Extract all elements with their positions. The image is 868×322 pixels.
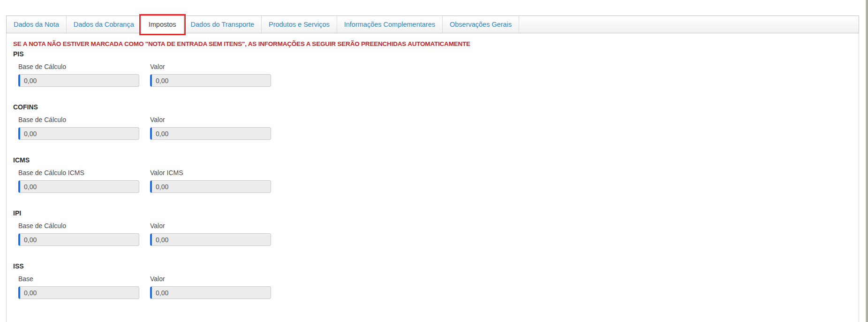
pis-base-field: Base de Cálculo	[18, 63, 139, 87]
icms-valor-input[interactable]	[150, 180, 271, 193]
pis-base-input[interactable]	[18, 74, 139, 87]
tab-dados-do-transporte[interactable]: Dados do Transporte	[184, 16, 262, 33]
section-title-iss: ISS	[13, 263, 859, 270]
tab-bar: Dados da NotaDados da CobrançaImpostosDa…	[6, 15, 859, 33]
pis-valor-input[interactable]	[150, 74, 271, 87]
tab-impostos[interactable]: Impostos	[142, 16, 184, 33]
field-row: BaseValor	[18, 276, 859, 299]
ipi-valor-field: Valor	[150, 222, 271, 246]
iss-base-field: Base	[18, 276, 139, 299]
section-title-ipi: IPI	[13, 210, 859, 217]
tab-label: Dados do Transporte	[191, 21, 254, 28]
cofins-base-label: Base de Cálculo	[18, 116, 139, 123]
tab-label: Dados da Cobrança	[74, 21, 134, 28]
ipi-base-field: Base de Cálculo	[18, 222, 139, 246]
icms-valor-label: Valor ICMS	[150, 169, 271, 176]
tax-section-ipi: IPIBase de CálculoValor	[13, 210, 859, 246]
tab-produtos-e-servicos[interactable]: Produtos e Serviços	[262, 16, 337, 33]
tab-dados-da-nota[interactable]: Dados da Nota	[7, 16, 67, 33]
tab-dados-da-cobranca[interactable]: Dados da Cobrança	[67, 16, 142, 33]
vertical-scrollbar[interactable]	[866, 0, 868, 322]
section-title-cofins: COFINS	[13, 104, 859, 111]
pis-valor-field: Valor	[150, 63, 271, 87]
pis-base-label: Base de Cálculo	[18, 63, 139, 70]
impostos-tab-panel: SE A NOTA NÃO ESTIVER MARCADA COMO "NOTA…	[6, 33, 859, 322]
cofins-valor-input[interactable]	[150, 127, 271, 140]
tab-informacoes-complementares[interactable]: Informações Complementares	[337, 16, 443, 33]
pis-valor-label: Valor	[150, 63, 271, 70]
tab-label: Informações Complementares	[344, 21, 435, 28]
tab-label: Impostos	[149, 21, 176, 28]
cofins-base-input[interactable]	[18, 127, 139, 140]
cofins-valor-field: Valor	[150, 116, 271, 140]
ipi-valor-input[interactable]	[150, 233, 271, 246]
icms-valor-field: Valor ICMS	[150, 169, 271, 193]
tax-section-pis: PISBase de CálculoValor	[13, 51, 859, 87]
tab-label: Produtos e Serviços	[269, 21, 330, 28]
tab-label: Observações Gerais	[450, 21, 512, 28]
field-row: Base de CálculoValor	[18, 63, 859, 87]
field-row: Base de Cálculo ICMSValor ICMS	[18, 169, 859, 193]
tax-section-cofins: COFINSBase de CálculoValor	[13, 104, 859, 140]
tax-section-icms: ICMSBase de Cálculo ICMSValor ICMS	[13, 157, 859, 193]
tax-section-iss: ISSBaseValor	[13, 263, 859, 299]
section-title-pis: PIS	[13, 51, 859, 58]
iss-valor-field: Valor	[150, 276, 271, 299]
iss-valor-label: Valor	[150, 276, 271, 283]
iss-base-label: Base	[18, 276, 139, 283]
icms-base-field: Base de Cálculo ICMS	[18, 169, 139, 193]
section-title-icms: ICMS	[13, 157, 859, 164]
ipi-base-input[interactable]	[18, 233, 139, 246]
auto-fill-warning-text: SE A NOTA NÃO ESTIVER MARCADA COMO "NOTA…	[13, 40, 859, 47]
ipi-valor-label: Valor	[150, 222, 271, 230]
cofins-base-field: Base de Cálculo	[18, 116, 139, 140]
iss-valor-input[interactable]	[150, 286, 271, 299]
tax-sections-container: PISBase de CálculoValorCOFINSBase de Cál…	[13, 51, 859, 299]
tab-observacoes-gerais[interactable]: Observações Gerais	[443, 16, 519, 33]
cofins-valor-label: Valor	[150, 116, 271, 123]
icms-base-input[interactable]	[18, 180, 139, 193]
ipi-base-label: Base de Cálculo	[18, 222, 139, 230]
tab-label: Dados da Nota	[14, 21, 59, 28]
field-row: Base de CálculoValor	[18, 222, 859, 246]
icms-base-label: Base de Cálculo ICMS	[18, 169, 139, 176]
field-row: Base de CálculoValor	[18, 116, 859, 140]
iss-base-input[interactable]	[18, 286, 139, 299]
